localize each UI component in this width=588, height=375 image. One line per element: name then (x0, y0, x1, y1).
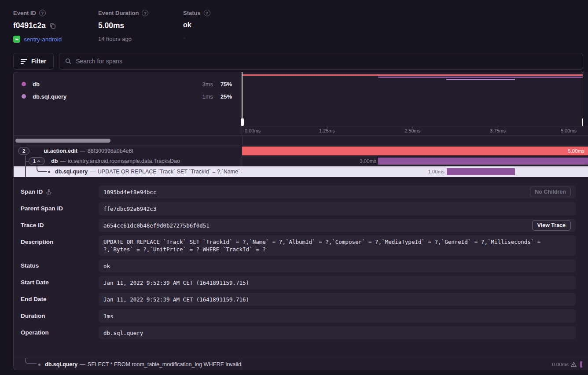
op-percent: 75% (213, 81, 232, 88)
status-value: ok (183, 21, 191, 29)
span-op: db.sql.query (55, 169, 88, 175)
tree-leaf-dot (38, 364, 40, 366)
span-bar-db-sql-query[interactable] (447, 168, 515, 175)
legend-row-db-sql-query[interactable]: db.sql.query 1ms 25% (14, 90, 242, 103)
span-row-ui-action-edit[interactable]: 2 ui.action.edit—88f300998a0b4e6f 5.00ms (14, 146, 588, 156)
span-op: db.sql.query (45, 361, 77, 368)
op-color-dot (22, 94, 26, 99)
time-axis: 0.00ms 1.25ms 2.50ms 3.75ms 5.00ms (242, 126, 588, 135)
minimap-span-ui-action-edit (242, 74, 583, 76)
span-bar-db-sql-query-select[interactable] (580, 361, 582, 368)
hscrollbar-thumb[interactable] (15, 139, 110, 143)
detail-row-span-id: Span ID 1095bd4ef8e94bcc No Children (21, 185, 576, 199)
span-row-db-sql-query-select[interactable]: db.sql.query—SELECT * FROM room_table_mo… (14, 358, 588, 371)
detail-row-status: Status ok (21, 259, 576, 272)
tree-connector-elbow (25, 358, 37, 364)
trace-minimap[interactable]: 0.00ms 1.25ms 2.50ms 3.75ms 5.00ms (242, 72, 588, 135)
detail-row-trace-id: Trace ID a654cc61dc0b48ef9d0b27275b6f0d5… (21, 219, 576, 232)
axis-tick-4: 5.00ms (561, 128, 577, 133)
minimap-span-db (378, 77, 583, 78)
search-input[interactable] (76, 58, 577, 65)
status-secondary: – (183, 34, 268, 41)
axis-tick-0: 0.00ms (245, 128, 261, 133)
status-column: Status ok – (183, 10, 268, 43)
span-bar-ui-action-edit[interactable]: 5.00ms (242, 147, 588, 155)
parent-span-id-value: ffe7dbc92a6942c3 (103, 206, 156, 212)
span-desc: io.sentry.android.roomsample.data.Tracks… (68, 158, 180, 164)
detail-row-parent-span-id: Parent Span ID ffe7dbc92a6942c3 (21, 202, 576, 215)
span-duration-label: 3.00ms (360, 156, 376, 166)
tree-connector-tick (25, 161, 29, 162)
description-value: UPDATE OR REPLACE `Track` SET `TrackId` … (103, 238, 571, 253)
warning-icon[interactable] (571, 362, 577, 367)
no-children-badge: No Children (530, 187, 571, 197)
span-tree: 2 ui.action.edit—88f300998a0b4e6f 5.00ms… (14, 146, 588, 371)
event-id-column: Event ID f0491c2a sentry-android (13, 10, 98, 43)
minimap-chart[interactable] (242, 72, 583, 126)
tree-leaf-dot (48, 171, 50, 173)
op-name: db.sql.query (33, 93, 190, 100)
op-duration: 1ms (190, 93, 213, 100)
anchor-icon[interactable] (46, 189, 52, 195)
detail-row-start-date: Start Date Jan 11, 2022 9:52:39 AM CET (… (21, 276, 576, 289)
children-count-badge[interactable]: 1 (29, 157, 45, 165)
axis-tick-3: 3.75ms (490, 128, 506, 133)
axis-tick-2: 2.50ms (404, 128, 420, 133)
minimap-left-handle[interactable] (242, 72, 243, 126)
detail-row-end-date: End Date Jan 11, 2022 9:52:39 AM CET (16… (21, 293, 576, 306)
event-id-label: Event ID (13, 10, 36, 16)
view-trace-button[interactable]: View Trace (532, 220, 571, 231)
start-date-value: Jan 11, 2022 9:52:39 AM CET (1641891159.… (103, 279, 249, 286)
event-id-value: f0491c2a (13, 21, 46, 30)
children-count-badge[interactable]: 2 (18, 147, 29, 155)
operations-breakdown: db 3ms 75% db.sql.query 1ms 25% (14, 72, 242, 135)
event-duration-value: 5.00ms (98, 21, 124, 30)
op-duration: 3ms (190, 81, 213, 88)
help-icon[interactable] (204, 10, 210, 16)
span-status-value: ok (103, 263, 110, 269)
axis-tick-1: 1.25ms (319, 128, 335, 133)
span-detail-panel: Span ID 1095bd4ef8e94bcc No Children Par… (14, 177, 588, 358)
filter-label: Filter (31, 58, 46, 65)
span-search (59, 53, 583, 70)
filter-button[interactable]: Filter (13, 53, 54, 70)
filter-icon (21, 59, 27, 64)
minimap-right-pad (583, 72, 588, 126)
span-bar-duration: 5.00ms (568, 148, 584, 154)
help-icon[interactable] (142, 10, 148, 16)
span-duration-label: 1.00ms (428, 166, 445, 177)
help-icon[interactable] (39, 10, 46, 16)
end-date-value: Jan 11, 2022 9:52:39 AM CET (1641891159.… (103, 296, 249, 303)
span-desc: 88f300998a0b4e6f (88, 148, 133, 154)
tree-hscrollbar (14, 136, 588, 146)
op-color-dot (22, 82, 26, 86)
op-percent: 25% (213, 93, 232, 100)
chevron-up-icon (37, 160, 40, 162)
copy-icon[interactable] (49, 22, 56, 29)
event-duration-label: Event Duration (98, 10, 139, 16)
span-duration-label: 0.00ms (552, 362, 569, 367)
android-platform-icon (13, 36, 20, 43)
minimap-span-db-sql-query (446, 79, 515, 80)
span-bar-db[interactable] (378, 158, 588, 165)
span-op: ui.action.edit (44, 148, 77, 154)
operation-value: db.sql.query (103, 330, 143, 336)
status-label: Status (183, 10, 201, 16)
project-link[interactable]: sentry-android (24, 36, 62, 43)
search-icon (65, 58, 72, 65)
event-time-ago: 14 hours ago (98, 36, 183, 42)
event-header: Event ID f0491c2a sentry-android Event D… (13, 10, 268, 43)
op-name: db (33, 81, 190, 88)
span-desc: UPDATE OR REPLACE `Track` SET `TrackId` … (98, 169, 242, 175)
detail-row-description: Description UPDATE OR REPLACE `Track` SE… (21, 235, 576, 256)
detail-row-operation: Operation db.sql.query (21, 326, 576, 339)
spans-panel: db 3ms 75% db.sql.query 1ms 25% (13, 72, 588, 370)
span-desc: SELECT * FROM room_table_modification_lo… (88, 361, 242, 368)
span-row-db[interactable]: 1 db—io.sentry.android.roomsample.data.T… (14, 156, 588, 166)
minimap-section: db 3ms 75% db.sql.query 1ms 25% (14, 72, 588, 136)
legend-row-db[interactable]: db 3ms 75% (14, 78, 242, 90)
span-op: db (51, 158, 58, 164)
trace-id-value: a654cc61dc0b48ef9d0b27275b6f0d51 (103, 222, 209, 229)
span-row-db-sql-query-selected[interactable]: db.sql.query—UPDATE OR REPLACE `Track` S… (14, 166, 588, 177)
tree-connector-line (25, 166, 26, 177)
